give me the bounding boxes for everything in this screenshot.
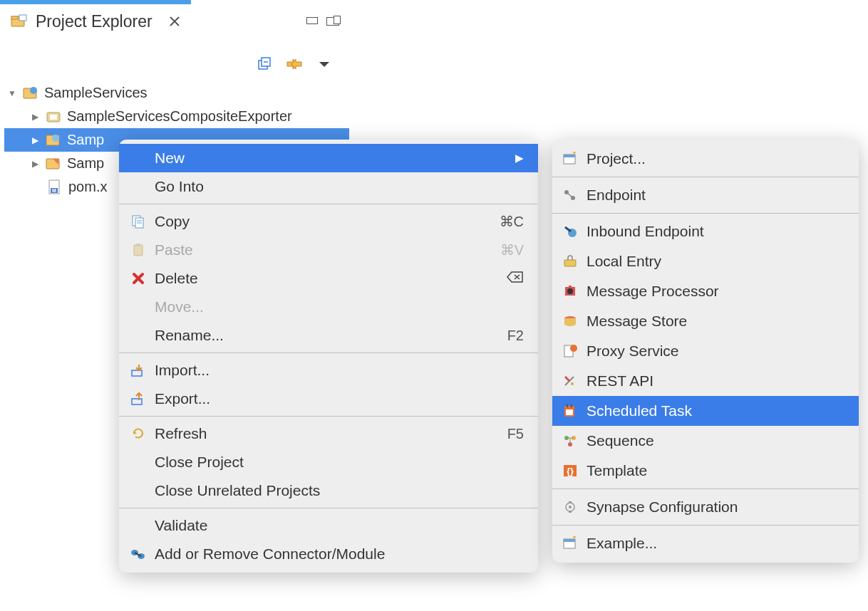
menu-item-close-project[interactable]: Close Project (119, 448, 538, 476)
submenu-item-local-entry[interactable]: Local Entry (552, 246, 859, 276)
submenu-item-sequence[interactable]: Sequence (552, 426, 859, 456)
menu-item-import[interactable]: Import... (119, 356, 538, 385)
composite-icon (44, 108, 63, 125)
menu-item-copy[interactable]: Copy ⌘C (119, 207, 538, 236)
local-entry-icon (562, 254, 578, 269)
submenu-item-synapse[interactable]: Synapse Configuration (552, 492, 859, 522)
menu-label: Export... (155, 390, 524, 407)
scheduled-task-icon (562, 403, 578, 419)
menu-label: Scheduled Task (587, 402, 844, 419)
svg-rect-29 (564, 155, 575, 157)
link-editor-icon[interactable] (285, 56, 304, 73)
menu-label: Local Entry (587, 253, 844, 270)
menu-label: New (155, 150, 507, 167)
svg-rect-10 (50, 115, 57, 120)
view-title: Project Explorer (36, 12, 153, 31)
menu-item-new[interactable]: New ▶ (119, 144, 538, 172)
menu-accelerator (507, 271, 524, 287)
blank-icon (130, 454, 146, 470)
menu-label: Validate (155, 517, 524, 534)
menu-item-move: Move... (119, 293, 538, 321)
svg-point-12 (52, 135, 59, 142)
svg-rect-8 (31, 88, 36, 93)
menu-label: Close Unrelated Projects (155, 482, 524, 499)
submenu-item-scheduled-task[interactable]: Scheduled Task (552, 396, 859, 426)
menu-separator (552, 525, 859, 526)
menu-label: Refresh (155, 425, 499, 442)
menu-label: Rename... (155, 327, 499, 344)
menu-label: Endpoint (587, 187, 844, 204)
new-submenu: Project... Endpoint Inbound Endpoint Loc… (552, 140, 859, 563)
svg-rect-48 (567, 404, 568, 407)
maximize-view-icon[interactable] (326, 17, 339, 26)
menu-separator (552, 489, 859, 489)
submenu-item-inbound[interactable]: Inbound Endpoint (552, 216, 859, 246)
msg-store-icon (562, 313, 578, 329)
refresh-icon (130, 426, 146, 442)
svg-rect-47 (566, 409, 573, 415)
blank-icon (130, 299, 146, 315)
tree-label: Samp (67, 132, 104, 148)
tree-root-sampleservices[interactable]: ▼ SampleServices (4, 81, 351, 105)
disclosure-closed-icon[interactable]: ▶ (30, 135, 40, 145)
example-icon (562, 536, 578, 551)
menu-item-close-unrelated[interactable]: Close Unrelated Projects (119, 476, 538, 505)
synapse-icon (562, 499, 578, 515)
menu-label: Go Into (155, 178, 524, 195)
menu-item-paste: Paste ⌘V (119, 236, 538, 264)
endpoint-icon (562, 187, 578, 203)
disclosure-closed-icon[interactable]: ▶ (30, 112, 40, 122)
svg-rect-22 (136, 244, 140, 246)
submenu-item-msg-store[interactable]: Message Store (552, 306, 859, 336)
submenu-item-rest-api[interactable]: REST API (552, 366, 859, 396)
svg-point-40 (564, 322, 576, 326)
paste-icon (130, 242, 146, 258)
view-toolbar (0, 50, 349, 78)
collapse-all-icon[interactable] (255, 56, 274, 73)
svg-rect-49 (571, 404, 572, 407)
disclosure-closed-icon[interactable]: ▶ (30, 159, 40, 169)
submenu-item-msg-processor[interactable]: Message Processor (552, 276, 859, 306)
connector-icon (130, 546, 146, 562)
project-icon (21, 85, 40, 102)
msg-processor-icon (562, 283, 578, 299)
menu-separator (552, 177, 859, 177)
minimize-view-icon[interactable] (306, 17, 318, 24)
submenu-item-project[interactable]: Project... (552, 144, 859, 174)
menu-item-refresh[interactable]: Refresh F5 (119, 419, 538, 448)
delete-icon (130, 271, 146, 286)
submenu-item-example[interactable]: Example... (552, 528, 859, 558)
menu-item-validate[interactable]: Validate (119, 511, 538, 540)
menu-label: Import... (155, 362, 524, 379)
blank-icon (130, 179, 146, 194)
proxy-icon (562, 343, 578, 359)
blank-icon (130, 483, 146, 498)
menu-item-export[interactable]: Export... (119, 385, 538, 413)
new-project-icon (562, 151, 578, 167)
disclosure-open-icon[interactable]: ▼ (7, 88, 17, 98)
maven-file-icon: M (46, 179, 64, 196)
submenu-item-template[interactable]: {} Template (552, 456, 859, 486)
view-header: Project Explorer (0, 4, 349, 38)
view-menu-icon[interactable] (315, 56, 334, 73)
menu-item-add-connector[interactable]: Add or Remove Connector/Module (119, 540, 538, 568)
blank-icon (130, 328, 146, 343)
submenu-arrow-icon: ▶ (515, 152, 524, 164)
tree-item-composite-exporter[interactable]: ▶ SampleServicesCompositeExporter (4, 105, 351, 128)
menu-item-rename[interactable]: Rename... F2 (119, 321, 538, 350)
close-view-icon[interactable] (165, 13, 184, 30)
submenu-item-proxy[interactable]: Proxy Service (552, 336, 859, 366)
svg-rect-21 (134, 245, 143, 256)
menu-label: Close Project (155, 454, 524, 471)
submenu-item-endpoint[interactable]: Endpoint (552, 180, 859, 210)
menu-item-delete[interactable]: Delete (119, 264, 538, 293)
inbound-icon (562, 224, 578, 239)
menu-label: Synapse Configuration (587, 498, 844, 516)
context-menu: New ▶ Go Into Copy ⌘C Paste ⌘V Delete Mo… (119, 140, 538, 573)
copy-icon (130, 214, 146, 229)
tree-label: pom.x (68, 179, 107, 195)
menu-separator (119, 204, 538, 204)
menu-label: Proxy Service (587, 343, 844, 360)
menu-item-go-into[interactable]: Go Into (119, 172, 538, 201)
svg-rect-62 (564, 539, 575, 542)
